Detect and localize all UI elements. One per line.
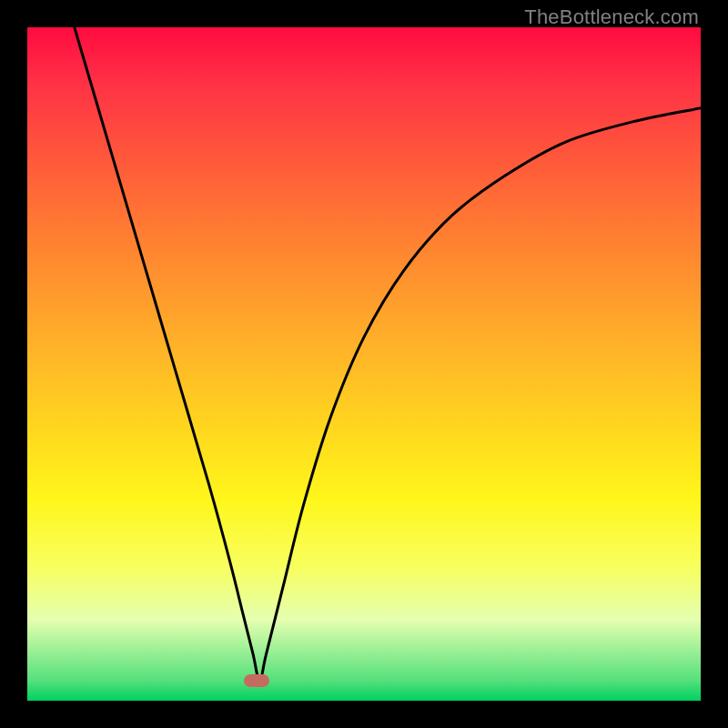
optimal-point-marker (244, 674, 269, 687)
curve-svg (27, 27, 701, 701)
chart-frame: TheBottleneck.com (0, 0, 728, 728)
plot-area (27, 27, 701, 701)
watermark-text: TheBottleneck.com (524, 5, 699, 29)
bottleneck-curve-path (75, 27, 701, 681)
